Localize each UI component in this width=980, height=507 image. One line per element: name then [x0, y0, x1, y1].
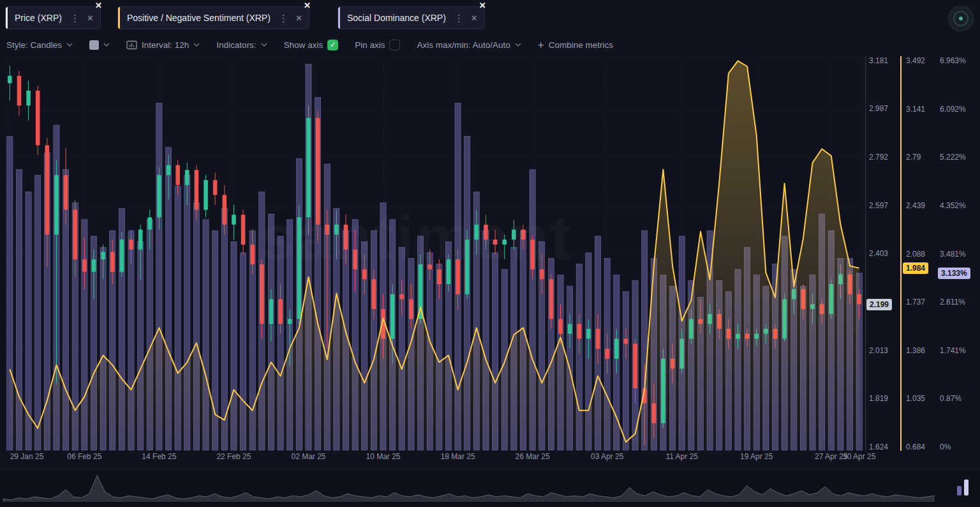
- sentiment-axis-line[interactable]: [900, 56, 902, 451]
- x-axis-date-label: 11 Apr 25: [665, 452, 697, 461]
- sentiment-axis-tick: 2.439: [906, 201, 925, 210]
- close-icon[interactable]: ✕: [87, 14, 94, 22]
- dominance-axis-tick: 1.741%: [940, 346, 966, 355]
- price-axis-tick: 2.987: [869, 104, 888, 113]
- dominance-axis-tick: 3.481%: [940, 250, 966, 259]
- bars-icon: [957, 486, 961, 496]
- chevron-down-icon: [515, 43, 521, 47]
- metric-tab-bar: Price (XRP) ⋮ ✕ ✕ Positive / Negative Se…: [0, 0, 980, 33]
- price-axis-line[interactable]: [865, 56, 866, 451]
- tab-label: Price (XRP): [15, 13, 62, 23]
- chevron-down-icon: [66, 43, 73, 47]
- tab-label: Social Dominance (XRP): [347, 13, 446, 23]
- price-axis-tick: 3.181: [869, 56, 888, 65]
- combine-metrics-label: Combine metrics: [549, 40, 613, 50]
- axis-maxmin-label: Axis max/min: Auto/Auto: [417, 40, 510, 50]
- dominance-axis-tick: 6.092%: [940, 105, 966, 114]
- sentiment-current-value-badge: 1.984: [903, 262, 928, 274]
- timeline-preview-strip[interactable]: [0, 469, 980, 504]
- sentiment-axis-tick: 2.79: [906, 153, 921, 162]
- preview-toggle-button[interactable]: [951, 475, 975, 499]
- sentiment-axis-tick: 1.035: [906, 394, 925, 403]
- x-axis-date-label: 03 Apr 25: [591, 452, 623, 461]
- bars-icon: [964, 480, 969, 496]
- kebab-menu-icon[interactable]: ⋮: [279, 13, 288, 23]
- tab-price[interactable]: Price (XRP) ⋮ ✕ ✕: [5, 6, 101, 29]
- dominance-axis-tick: 5.222%: [940, 153, 966, 162]
- price-axis-tick: 2.403: [869, 249, 888, 258]
- chart-plot-area[interactable]: [5, 55, 864, 452]
- sentiment-area: [10, 61, 859, 450]
- chevron-down-icon: [261, 43, 267, 47]
- kebab-menu-icon[interactable]: ⋮: [454, 13, 464, 23]
- santiment-chart-app: Price (XRP) ⋮ ✕ ✕ Positive / Negative Se…: [0, 0, 980, 507]
- close-icon[interactable]: ✕: [95, 1, 102, 10]
- main-chart[interactable]: [5, 55, 864, 452]
- interval-label: Interval: 12h: [142, 40, 189, 50]
- sentiment-axis-tick: 0.684: [906, 443, 925, 451]
- show-axis-toggle[interactable]: Show axis ✓: [284, 40, 339, 50]
- pin-axis-checkbox[interactable]: [389, 40, 400, 50]
- x-axis-date-label: 19 Apr 25: [740, 452, 773, 461]
- close-icon[interactable]: ✕: [471, 14, 478, 22]
- x-axis: 29 Jan 2506 Feb 2514 Feb 2522 Feb 2502 M…: [5, 452, 898, 464]
- close-icon[interactable]: ✕: [479, 1, 486, 10]
- chevron-down-icon: [193, 43, 200, 47]
- interval-icon: [126, 40, 137, 50]
- dominance-current-value-badge: 3.133%: [938, 268, 970, 279]
- price-axis-tick: 2.013: [869, 346, 888, 355]
- x-axis-date-label: 02 Mar 25: [291, 452, 325, 461]
- status-dot: [959, 17, 963, 20]
- interval-dropdown[interactable]: Interval: 12h: [126, 40, 200, 50]
- color-swatch-dropdown[interactable]: [89, 40, 110, 50]
- x-axis-date-label: 06 Feb 25: [67, 452, 101, 461]
- style-dropdown[interactable]: Style: Candles: [6, 40, 73, 50]
- tab-sentiment[interactable]: Positive / Negative Sentiment (XRP) ⋮ ✕ …: [117, 6, 309, 29]
- x-axis-date-label: 29 Jan 25: [10, 452, 44, 461]
- chart-toolbar: Style: Candles Interval: 12h Indicators:…: [6, 36, 613, 54]
- chevron-down-icon: [103, 43, 110, 47]
- dominance-axis-tick: 4.352%: [940, 201, 966, 210]
- dominance-axis-tick: 0.87%: [940, 394, 961, 403]
- color-swatch: [89, 40, 99, 50]
- indicators-dropdown[interactable]: Indicators:: [216, 40, 267, 50]
- tab-social-dominance[interactable]: Social Dominance (XRP) ⋮ ✕ ✕: [338, 6, 485, 29]
- tab-accent: [338, 7, 340, 29]
- price-axis-tick: 2.792: [869, 153, 888, 162]
- price-axis-tick: 1.624: [869, 443, 888, 451]
- x-axis-date-label: 30 Apr 25: [843, 452, 875, 461]
- tab-accent: [6, 7, 8, 29]
- pin-axis-label: Pin axis: [355, 40, 385, 50]
- x-axis-date-label: 26 Mar 25: [516, 452, 550, 461]
- sentiment-axis-tick: 2.088: [906, 250, 925, 259]
- dominance-axis-tick: 2.611%: [940, 298, 965, 306]
- sentiment-axis-tick: 1.737: [906, 298, 925, 306]
- pin-axis-toggle[interactable]: Pin axis: [355, 40, 400, 50]
- indicators-label: Indicators:: [216, 40, 256, 50]
- target-icon: [953, 11, 969, 26]
- price-axis-tick: 2.597: [869, 201, 888, 210]
- show-axis-label: Show axis: [284, 40, 323, 50]
- chart-status-indicator[interactable]: [948, 6, 974, 31]
- x-axis-date-label: 14 Feb 25: [142, 452, 176, 461]
- sentiment-axis-tick: 3.492: [906, 56, 925, 65]
- x-axis-date-label: 10 Mar 25: [366, 452, 401, 461]
- dominance-axis-tick: 0%: [940, 443, 951, 451]
- kebab-menu-icon[interactable]: ⋮: [70, 13, 80, 23]
- close-icon[interactable]: ✕: [304, 1, 311, 10]
- x-axis-date-label: 22 Feb 25: [216, 452, 251, 461]
- axis-maxmin-dropdown[interactable]: Axis max/min: Auto/Auto: [417, 40, 521, 50]
- tab-label: Positive / Negative Sentiment (XRP): [127, 13, 271, 23]
- sentiment-axis-tick: 3.141: [906, 105, 925, 114]
- combine-metrics-button[interactable]: + Combine metrics: [538, 40, 613, 50]
- timeline-preview-chart[interactable]: [0, 470, 938, 504]
- plus-icon: +: [538, 40, 544, 50]
- style-label: Style: Candles: [6, 40, 62, 50]
- close-icon[interactable]: ✕: [295, 14, 302, 22]
- dominance-axis-tick: 6.963%: [940, 56, 966, 65]
- price-axis-tick: 1.819: [869, 394, 888, 403]
- show-axis-checkbox[interactable]: ✓: [327, 40, 338, 50]
- sentiment-axis-tick: 1.386: [906, 346, 925, 355]
- price-current-value-badge: 2.199: [866, 299, 892, 310]
- x-axis-date-label: 18 Mar 25: [441, 452, 475, 461]
